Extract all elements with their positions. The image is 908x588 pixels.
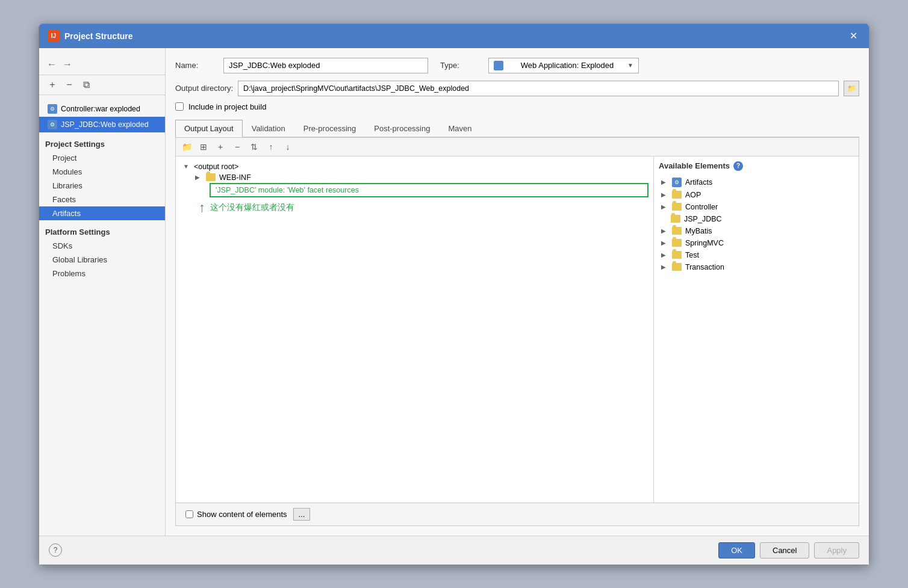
remove-tool-button[interactable]: − <box>230 140 244 153</box>
sidebar-item-problems[interactable]: Problems <box>39 267 165 280</box>
artifact-icon-controller: ⚙ <box>48 104 57 114</box>
show-content-row: Show content of elements <box>185 510 287 519</box>
sidebar-item-project[interactable]: Project <box>39 151 165 165</box>
remove-artifact-button[interactable]: − <box>62 78 76 92</box>
platform-settings-header: Platform Settings <box>39 220 165 239</box>
available-item-springmvc-label: SpringMVC <box>685 239 724 247</box>
mybatis-folder-icon <box>672 227 682 235</box>
available-item-controller-label: Controller <box>685 203 718 211</box>
project-structure-dialog: IJ Project Structure ✕ ← → + − ⧉ ⚙ Contr… <box>39 23 869 565</box>
available-item-transaction[interactable]: ▶ Transaction <box>659 261 854 273</box>
available-item-aop-label: AOP <box>685 191 701 199</box>
sort-tool-button[interactable]: ⇅ <box>247 140 261 153</box>
aop-chevron: ▶ <box>661 191 668 198</box>
artifacts-lib-icon: ⚙ <box>672 178 682 187</box>
ok-button[interactable]: OK <box>718 542 755 559</box>
browse-button[interactable]: 📁 <box>844 81 859 96</box>
ellipsis-button[interactable]: ... <box>293 508 311 521</box>
show-content-checkbox[interactable] <box>185 510 193 518</box>
sidebar-item-facets[interactable]: Facets <box>39 193 165 206</box>
name-type-row: Name: Type: Web Application: Exploded ▼ <box>175 58 859 73</box>
annotation-row: ↑ 这个没有爆红或者没有 <box>193 200 648 215</box>
aop-folder-icon <box>672 191 682 199</box>
output-dir-input[interactable] <box>238 81 839 96</box>
available-item-artifacts-label: Artifacts <box>685 178 712 187</box>
sidebar-item-artifacts[interactable]: Artifacts <box>39 206 165 220</box>
forward-button[interactable]: → <box>61 58 74 71</box>
tab-validation[interactable]: Validation <box>243 120 294 137</box>
artifact-label-jsp-jdbc: JSP_JDBC:Web exploded <box>61 120 149 129</box>
up-tool-button[interactable]: ↑ <box>264 140 278 153</box>
available-item-aop[interactable]: ▶ AOP <box>659 189 854 201</box>
dialog-body: ← → + − ⧉ ⚙ Controller:war exploded ⚙ JS… <box>39 48 869 536</box>
sidebar-item-libraries[interactable]: Libraries <box>39 179 165 193</box>
module-facet-item[interactable]: 'JSP_JDBC' module: 'Web' facet resources <box>210 183 648 197</box>
tree-item-output-root[interactable]: ▼ <output root> <box>181 161 648 172</box>
show-content-label: Show content of elements <box>197 510 287 519</box>
type-icon <box>494 61 503 70</box>
annotation-text: 这个没有爆红或者没有 <box>210 202 294 213</box>
type-value: Web Application: Exploded <box>521 61 614 70</box>
cancel-button[interactable]: Cancel <box>760 542 809 559</box>
include-checkbox-label: Include in project build <box>188 102 266 111</box>
springmvc-folder-icon <box>672 239 682 247</box>
available-item-test[interactable]: ▶ Test <box>659 249 854 261</box>
grid-tool-button[interactable]: ⊞ <box>196 140 211 153</box>
title-bar-left: IJ Project Structure <box>48 30 133 42</box>
type-label: Type: <box>440 61 476 70</box>
springmvc-chevron: ▶ <box>661 240 668 246</box>
sidebar-item-sdks[interactable]: SDKs <box>39 239 165 253</box>
tab-post-processing[interactable]: Post-processing <box>365 120 439 137</box>
output-root-chevron: ▼ <box>183 163 190 170</box>
folder-tool-button[interactable]: 📁 <box>179 140 194 153</box>
available-elements-panel: Available Elements ? ▶ ⚙ Artifacts ▶ <box>654 156 859 503</box>
artifact-item-jsp-jdbc[interactable]: ⚙ JSP_JDBC:Web exploded <box>39 117 165 132</box>
tab-output-layout[interactable]: Output Layout <box>175 120 243 137</box>
dialog-footer: ? OK Cancel Apply <box>39 536 869 565</box>
available-item-mybatis[interactable]: ▶ MyBatis <box>659 225 854 237</box>
sidebar: ← → + − ⧉ ⚙ Controller:war exploded ⚙ JS… <box>39 48 166 536</box>
available-item-jsp-jdbc[interactable]: JSP_JDBC <box>659 213 854 225</box>
tab-maven[interactable]: Maven <box>439 120 480 137</box>
available-elements-label: Available Elements <box>659 161 730 170</box>
close-button[interactable]: ✕ <box>846 29 860 43</box>
apply-button[interactable]: Apply <box>814 542 859 559</box>
artifact-list: ⚙ Controller:war exploded ⚙ JSP_JDBC:Web… <box>39 100 165 134</box>
add-artifact-button[interactable]: + <box>45 78 60 92</box>
sidebar-item-modules[interactable]: Modules <box>39 165 165 179</box>
project-settings-header: Project Settings <box>39 134 165 151</box>
tree-item-web-inf[interactable]: ▶ WEB-INF <box>193 172 648 183</box>
controller-chevron: ▶ <box>661 203 668 210</box>
annotation-arrow-icon: ↑ <box>199 200 205 215</box>
bottom-section: Show content of elements ... <box>176 503 859 525</box>
help-button[interactable]: ? <box>49 543 62 557</box>
down-tool-button[interactable]: ↓ <box>281 140 295 153</box>
include-checkbox[interactable] <box>175 102 184 111</box>
available-item-mybatis-label: MyBatis <box>685 227 712 235</box>
available-item-artifacts[interactable]: ▶ ⚙ Artifacts <box>659 176 854 189</box>
available-item-test-label: Test <box>685 251 699 259</box>
tab-pre-processing[interactable]: Pre-processing <box>294 120 365 137</box>
nav-back-fwd: ← → <box>39 54 165 75</box>
add-tool-button[interactable]: + <box>213 140 228 153</box>
transaction-folder-icon <box>672 263 682 271</box>
artifacts-chevron: ▶ <box>661 179 668 185</box>
name-label: Name: <box>175 61 211 70</box>
available-item-springmvc[interactable]: ▶ SpringMVC <box>659 237 854 249</box>
title-bar: IJ Project Structure ✕ <box>39 24 869 48</box>
copy-artifact-button[interactable]: ⧉ <box>79 78 93 92</box>
sidebar-toolbar: + − ⧉ <box>39 75 165 95</box>
type-dropdown[interactable]: Web Application: Exploded ▼ <box>488 58 639 73</box>
name-input[interactable] <box>223 58 428 73</box>
layout-area: 📁 ⊞ + − ⇅ ↑ ↓ ▼ <output root> <box>175 137 859 526</box>
transaction-chevron: ▶ <box>661 264 668 270</box>
available-item-controller[interactable]: ▶ Controller <box>659 201 854 213</box>
jsp-jdbc-folder-icon <box>671 215 680 223</box>
artifact-item-controller[interactable]: ⚙ Controller:war exploded <box>39 101 165 117</box>
sidebar-item-global-libraries[interactable]: Global Libraries <box>39 253 165 267</box>
artifact-icon-jsp-jdbc: ⚙ <box>48 120 57 129</box>
available-elements-header: Available Elements ? <box>659 161 854 171</box>
info-icon: ? <box>733 161 743 171</box>
include-checkbox-row: Include in project build <box>175 102 859 111</box>
back-button[interactable]: ← <box>45 58 58 71</box>
